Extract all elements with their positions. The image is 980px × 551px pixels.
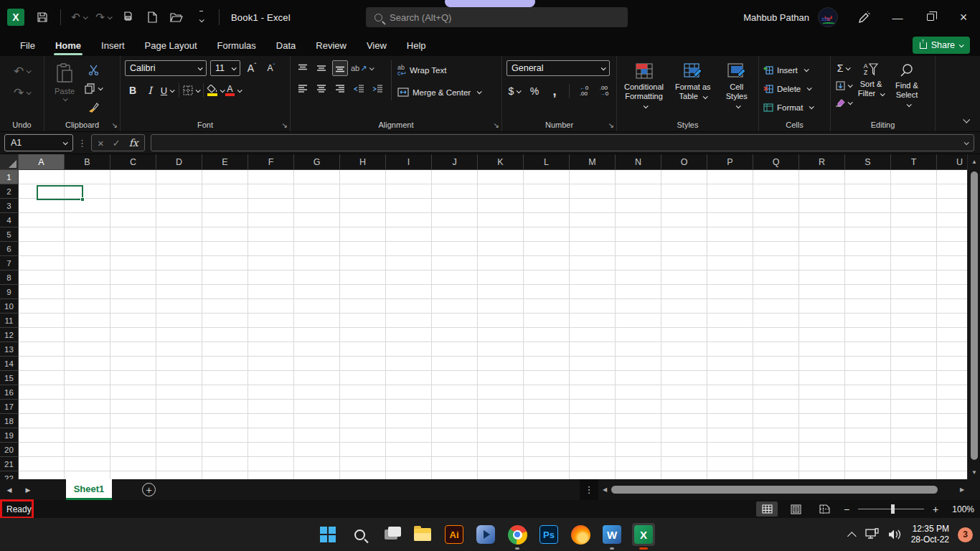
increase-decimal-button[interactable]: ←0.00 — [576, 83, 592, 99]
column-header-a[interactable]: A — [19, 154, 65, 170]
ribbon-tab-insert[interactable]: Insert — [91, 37, 135, 55]
shrink-font-button[interactable]: Aˇ — [263, 60, 279, 76]
font-color-button[interactable]: A — [225, 83, 241, 98]
search-box[interactable] — [366, 7, 628, 27]
cancel-icon[interactable]: × — [98, 137, 104, 149]
row-header-16[interactable]: 16 — [0, 385, 19, 400]
find-select-button[interactable]: Find & Select — [890, 60, 923, 110]
sheet-options-menu[interactable]: ⋮ — [580, 479, 598, 500]
row-header-9[interactable]: 9 — [0, 285, 19, 299]
row-header-21[interactable]: 21 — [0, 457, 19, 471]
quick-print-button[interactable] — [117, 6, 138, 28]
sheet-tab-sheet1[interactable]: Sheet1 — [66, 479, 112, 500]
row-header-20[interactable]: 20 — [0, 443, 19, 457]
zoom-level[interactable]: 100% — [947, 504, 974, 514]
undo-button[interactable]: ↶ — [68, 6, 90, 28]
redo-button[interactable]: ↷ — [14, 85, 30, 100]
formula-bar-splitter[interactable]: ⋮ — [77, 138, 87, 149]
new-sheet-button[interactable]: + — [142, 483, 156, 496]
zoom-in-button[interactable]: + — [931, 504, 940, 515]
column-header-d[interactable]: D — [156, 154, 202, 170]
middle-align-button[interactable] — [314, 60, 329, 76]
italic-button[interactable]: I — [142, 83, 158, 98]
announcement-pen-icon[interactable] — [848, 0, 881, 34]
column-header-j[interactable]: J — [432, 154, 478, 170]
column-header-e[interactable]: E — [202, 154, 248, 170]
insert-function-icon[interactable]: fx — [129, 137, 138, 149]
open-file-button[interactable] — [166, 6, 187, 28]
page-break-preview-button[interactable] — [814, 501, 835, 517]
grow-font-button[interactable]: Aˆ — [244, 60, 260, 76]
fill-button[interactable] — [835, 77, 852, 93]
firefox-button[interactable] — [569, 523, 592, 546]
row-header-22[interactable]: 22 — [0, 471, 19, 479]
row-header-14[interactable]: 14 — [0, 357, 19, 371]
excel-button[interactable]: X — [632, 523, 655, 546]
photoshop-button[interactable]: Ps — [537, 523, 560, 546]
vertical-scrollbar[interactable]: ▲ ▼ — [967, 154, 980, 479]
network-icon[interactable] — [865, 528, 880, 541]
normal-view-button[interactable] — [756, 501, 778, 517]
clipboard-dialog-launcher[interactable]: ↘ — [112, 122, 118, 129]
vertical-scroll-thumb[interactable] — [971, 171, 978, 460]
minimize-button[interactable]: — — [881, 0, 914, 34]
name-box[interactable]: A1 — [4, 134, 73, 151]
row-header-2[interactable]: 2 — [0, 184, 19, 199]
sheet-nav-right-icon[interactable]: ▶ — [19, 486, 37, 494]
column-header-t[interactable]: T — [891, 154, 937, 170]
scroll-down-arrow[interactable]: ▼ — [968, 466, 980, 478]
column-header-c[interactable]: C — [110, 154, 156, 170]
align-right-button[interactable] — [332, 81, 348, 97]
font-family-select[interactable]: Calibri — [125, 60, 207, 76]
column-header-u[interactable]: U — [937, 154, 967, 170]
horizontal-scrollbar[interactable]: ◀ ▶ — [600, 484, 967, 496]
fill-handle[interactable] — [80, 197, 85, 202]
close-button[interactable]: × — [947, 0, 980, 34]
expand-formula-bar-icon[interactable] — [964, 140, 969, 145]
zoom-slider-thumb[interactable] — [891, 504, 895, 514]
accounting-format-button[interactable]: $ — [507, 83, 522, 99]
speaker-icon[interactable] — [888, 529, 903, 540]
ribbon-tab-home[interactable]: Home — [45, 37, 91, 55]
column-header-n[interactable]: N — [616, 154, 661, 170]
sort-filter-button[interactable]: AZ Sort & Filter — [854, 60, 887, 110]
row-header-18[interactable]: 18 — [0, 414, 19, 428]
autosum-button[interactable]: Σ — [835, 60, 852, 76]
clock[interactable]: 12:35 PM 28-Oct-22 — [911, 524, 949, 545]
comma-style-button[interactable]: , — [547, 83, 562, 99]
row-header-11[interactable]: 11 — [0, 314, 19, 328]
row-header-15[interactable]: 15 — [0, 371, 19, 385]
font-dialog-launcher[interactable]: ↘ — [282, 122, 288, 129]
select-all-corner[interactable] — [0, 154, 19, 170]
borders-button[interactable] — [183, 83, 199, 98]
decrease-decimal-button[interactable]: .00→0 — [596, 83, 612, 99]
row-header-7[interactable]: 7 — [0, 256, 19, 270]
tray-overflow-chevron-icon[interactable] — [847, 532, 857, 541]
ribbon-tab-review[interactable]: Review — [306, 37, 357, 55]
horizontal-scroll-thumb[interactable] — [611, 486, 938, 494]
top-align-button[interactable] — [295, 60, 311, 76]
row-header-5[interactable]: 5 — [0, 227, 19, 242]
format-painter-button[interactable] — [85, 99, 102, 115]
row-header-1[interactable]: 1 — [0, 170, 19, 184]
undo-button[interactable]: ↶ — [14, 63, 30, 79]
orientation-button[interactable]: ab↗ — [351, 60, 373, 76]
merge-center-button[interactable]: Merge & Center — [397, 84, 481, 100]
column-header-i[interactable]: I — [386, 154, 432, 170]
copy-button[interactable] — [85, 80, 102, 96]
save-button[interactable] — [32, 6, 53, 28]
cell-styles-button[interactable]: Cell Styles — [719, 60, 754, 110]
clear-button[interactable] — [835, 95, 852, 110]
wrap-text-button[interactable]: abc↩ Wrap Text — [397, 62, 481, 78]
row-header-13[interactable]: 13 — [0, 342, 19, 357]
collapse-ribbon-button[interactable] — [961, 113, 969, 126]
ribbon-tab-page-layout[interactable]: Page Layout — [135, 37, 207, 55]
ribbon-tab-formulas[interactable]: Formulas — [207, 37, 266, 55]
ribbon-tab-help[interactable]: Help — [397, 37, 436, 55]
illustrator-button[interactable]: Ai — [443, 523, 466, 546]
start-button[interactable] — [316, 523, 339, 546]
row-header-4[interactable]: 4 — [0, 213, 19, 227]
cut-button[interactable] — [85, 62, 102, 77]
formula-input[interactable] — [157, 138, 960, 148]
cells-area[interactable] — [19, 170, 967, 479]
